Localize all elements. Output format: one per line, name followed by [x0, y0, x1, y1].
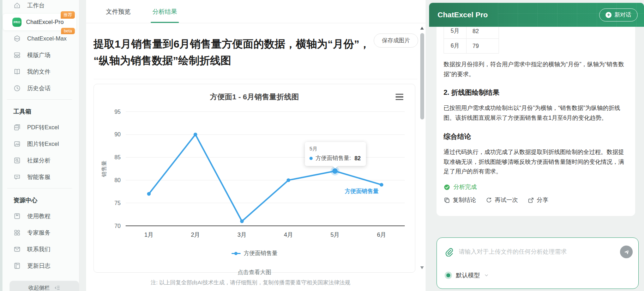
data-point[interactable] [287, 178, 290, 182]
table-row: 6月79 [444, 39, 499, 54]
sidebar-item-label: 模版广场 [27, 51, 50, 59]
chat-panel: ChatExcel Pro + 新对话 5月826月79 数据按月份排列，符合用… [429, 3, 644, 291]
view-large-image-link[interactable]: 点击查看大图 [94, 269, 415, 276]
copy-conclusion-button[interactable]: 复制结论 [444, 196, 476, 204]
new-chat-label: 新对话 [614, 11, 631, 19]
send-button[interactable] [620, 246, 633, 258]
sidebar-item-expert-service[interactable]: 专家服务 [3, 224, 76, 241]
data-point[interactable] [147, 192, 151, 196]
badge-chatexcel-max: beta [61, 28, 75, 34]
chat-input[interactable] [459, 248, 615, 255]
title-divider [94, 79, 417, 79]
chevron-down-icon [484, 273, 489, 278]
data-point-active[interactable] [332, 168, 338, 174]
title-line-2: “纵轴为销售数据”绘制折线图 [94, 55, 231, 66]
svg-text:PDF: PDF [15, 127, 18, 129]
model-selector[interactable]: 默认模型 [445, 271, 489, 279]
sidebar-item-chatexcel-max[interactable]: MAXChatExcel-Maxbeta [3, 30, 76, 47]
retry-button[interactable]: 再试一次 [486, 196, 518, 204]
chart-legend[interactable]: 方便面销售量 [94, 250, 415, 257]
copy-icon [444, 197, 450, 204]
clock-icon [13, 85, 21, 92]
sidebar: 工作台PROChatExcel-Pro推荐MAXChatExcel-Maxbet… [0, 0, 79, 291]
sidebar-item-my-files[interactable]: 我的文件 [3, 63, 76, 80]
data-point[interactable] [194, 133, 197, 136]
chat-icon [13, 173, 21, 181]
pro-icon: PRO [12, 18, 22, 27]
line-chart-card: 方便面1 - 6月销售量折线图 707580859095销售量1月2月3月4月5… [94, 84, 415, 273]
sidebar-item-tutorial[interactable]: 使用教程 [3, 208, 76, 224]
sidebar-item-template-plaza[interactable]: 模版广场 [3, 47, 76, 63]
check-circle-icon [444, 184, 450, 191]
max-icon: MAX [13, 35, 21, 42]
x-tick-label: 5月 [330, 231, 339, 238]
line-chart-svg: 707580859095销售量1月2月3月4月5月6月方便面销售量 [94, 84, 416, 247]
journal-icon [13, 262, 21, 270]
home-icon [13, 2, 21, 9]
table-cell: 82 [467, 27, 499, 39]
status-label: 分析完成 [453, 183, 477, 191]
scrollbar-up-arrow[interactable] [420, 27, 424, 30]
data-point[interactable] [240, 219, 243, 223]
table-cell: 5月 [444, 27, 467, 39]
table-row: 5月82 [444, 27, 499, 39]
data-point[interactable] [380, 183, 383, 186]
pdf-icon: PDF [13, 124, 21, 131]
legend-label: 方便面销售量 [244, 250, 278, 257]
collapse-sidebar-button[interactable]: 收起侧栏 [10, 281, 79, 291]
ai-generated-note: 注: 以上回复全部由AI技术生成，请仔细甄别，复制传播需要遵守相关国家法律法规 [86, 279, 415, 286]
analysis-question-title: 提取1月销售量到6月销售量方便面的数据，横轴为“月份”， “纵轴为销售数据”绘制… [94, 36, 413, 69]
sidebar-item-label: 工作台 [27, 2, 45, 10]
apps-icon [13, 229, 21, 236]
sidebar-item-image-to-excel[interactable]: 图片转Excel [3, 136, 76, 152]
y-tick-label: 70 [114, 223, 121, 229]
analysis-paragraph-3: 通过代码执行，成功完成了从数据提取到折线图绘制的全过程。数据提取准确无误，折线图… [444, 147, 628, 177]
share-button[interactable]: 分享 [528, 196, 548, 204]
analysis-paragraph-1: 数据按月份排列，符合用户需求中指定的横轴为“月份”，纵轴为“销售数据”的要求。 [444, 60, 628, 79]
sidebar-nav-sections: 工具箱PDFPDF转Excel图片转Excel社媒分析智能客服资源中心使用教程专… [0, 99, 79, 274]
sidebar-item-changelog[interactable]: 更新日志 [3, 258, 76, 274]
tab-analysis-result[interactable]: 分析结果 [152, 7, 177, 16]
sidebar-item-history-sessions[interactable]: 历史会话 [3, 80, 76, 97]
sidebar-divider [7, 188, 72, 188]
sidebar-item-smart-customer-service[interactable]: 智能客服 [3, 169, 76, 185]
section-title: 资源中心 [0, 191, 79, 208]
sidebar-item-social-media-analysis[interactable]: 社媒分析 [3, 152, 76, 169]
book-icon [13, 68, 21, 75]
y-tick-label: 75 [114, 200, 121, 206]
collapse-icon [54, 285, 60, 291]
main-content-card: 文件预览 分析结果 保存成图片 提取1月销售量到6月销售量方便面的数据，横轴为“… [86, 0, 426, 291]
mail-icon [13, 246, 21, 253]
analysis-status: 分析完成 [444, 183, 628, 191]
y-tick-label: 85 [114, 154, 121, 160]
table-cell: 79 [467, 39, 499, 54]
x-tick-label: 2月 [191, 231, 200, 238]
analysis-heading-2: 2. 折线图绘制结果 [444, 88, 628, 97]
y-axis-title: 销售量 [101, 161, 107, 178]
tooltip-series-label: 方便面销售量: [315, 155, 351, 162]
y-tick-label: 80 [114, 177, 121, 183]
main-scrollbar[interactable] [420, 24, 425, 291]
sidebar-item-label: 智能客服 [27, 173, 50, 181]
sidebar-item-label: 专家服务 [27, 229, 50, 237]
x-tick-label: 4月 [284, 231, 293, 238]
tab-file-preview[interactable]: 文件预览 [106, 7, 131, 16]
x-tick-label: 1月 [144, 231, 154, 238]
sidebar-item-contact-us[interactable]: 联系我们 [3, 241, 76, 258]
action-label: 复制结论 [453, 196, 476, 204]
new-chat-button[interactable]: + 新对话 [599, 8, 638, 21]
tooltip-value: 82 [354, 155, 361, 162]
save-as-image-button[interactable]: 保存成图片 [374, 33, 418, 48]
sidebar-divider [7, 99, 72, 100]
x-tick-label: 6月 [377, 231, 386, 238]
y-tick-label: 95 [114, 109, 121, 115]
tooltip-category: 5月 [309, 146, 361, 152]
y-tick-label: 90 [114, 131, 121, 137]
action-label: 分享 [537, 196, 548, 204]
scrollbar-down-arrow[interactable] [420, 266, 424, 269]
scrollbar-thumb[interactable] [420, 33, 424, 119]
image-icon [13, 140, 21, 148]
message-actions: 复制结论再试一次分享 [444, 196, 628, 204]
paperclip-icon[interactable] [445, 247, 454, 256]
sidebar-item-pdf-to-excel[interactable]: PDFPDF转Excel [3, 119, 76, 136]
